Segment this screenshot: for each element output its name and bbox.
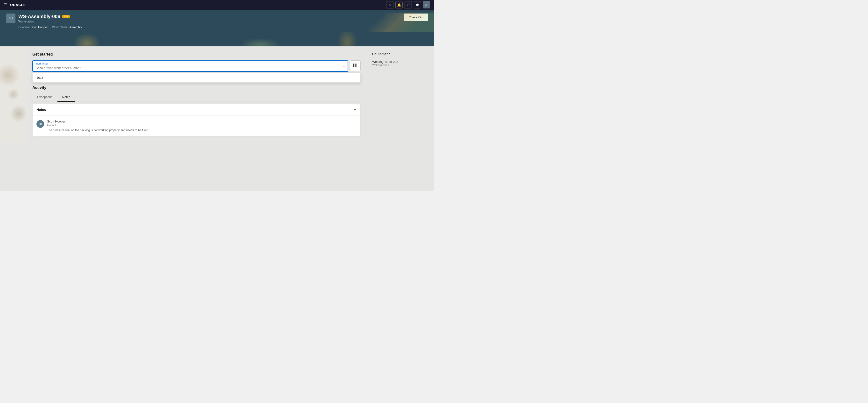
bell-button[interactable]: 🔔 [395,1,403,8]
notes-card: Notes + SH Scott Hooper 5/14/24 The pres… [32,104,361,137]
workstation-name: WS-Assembly-006 [18,14,60,19]
svg-rect-3 [355,63,355,67]
tab-notes[interactable]: Notes [57,93,75,102]
operator-value: Scott Hooper [31,26,48,29]
main-inner: Get started Work Order ▾ [0,47,434,142]
svg-rect-6 [357,63,357,67]
add-note-button[interactable]: + [353,107,356,112]
left-panel: Get started Work Order ▾ [27,47,366,142]
notes-card-title: Notes [36,108,46,112]
art-circles [0,47,27,142]
work-order-input-wrap[interactable]: Work Order ▾ [32,60,348,72]
svg-rect-5 [356,63,357,67]
note-content: Scott Hooper 5/14/24 The pressure seal o… [47,120,356,133]
work-center-label: Work Center [52,26,68,29]
header-section: SH WS-Assembly-006 Idle Workstation Chec… [0,10,434,32]
get-started-title: Get started [32,52,361,57]
tab-exceptions[interactable]: Exceptions [32,93,57,102]
home-icon: ⌂ [389,3,391,7]
user-avatar[interactable]: SH [423,1,430,8]
notes-card-header: Notes + [33,104,361,116]
activity-title: Activity [32,86,361,90]
home-button[interactable]: ⌂ [386,1,394,8]
left-art-panel [0,47,27,142]
top-nav: ☰ ORACLE ⌂ 🔔 ⚇ ⚉ SH [0,0,434,10]
svg-rect-2 [354,63,355,67]
note-date: 5/14/24 [47,123,356,126]
chevron-down-icon: ▾ [343,64,345,68]
svg-rect-4 [356,63,356,67]
status-badge: Idle [62,15,70,18]
workstation-title-row: WS-Assembly-006 Idle [18,14,70,19]
work-order-input[interactable] [33,61,348,71]
user-button[interactable]: ⚇ [405,1,412,8]
work-center-value: Assembly [69,26,82,29]
user-icon: ⚇ [407,3,410,7]
nav-right: ⌂ 🔔 ⚇ ⚉ SH [386,1,430,8]
user-x-icon: ⚉ [416,3,419,7]
bell-icon: 🔔 [397,3,401,7]
note-text: The pressure seal on the packing is not … [47,128,356,133]
header-left: SH WS-Assembly-006 Idle Workstation [6,13,70,23]
breadcrumb: Operator Scott Hooper Work Center Assemb… [6,23,428,32]
activity-tabs: Exceptions Notes [32,93,361,102]
note-entry: SH Scott Hooper 5/14/24 The pressure sea… [33,116,361,136]
work-order-label: Work Order [36,62,48,65]
hamburger-icon[interactable]: ☰ [4,3,7,7]
check-out-button[interactable]: Check Out [404,13,428,21]
equipment-item: Welding Torch 002 Welding Torch [372,60,428,66]
main-area: Get started Work Order ▾ [0,47,434,191]
note-author-avatar: SH [36,120,44,128]
barcode-icon [353,63,358,69]
equipment-name: Welding Torch 002 [372,60,428,63]
svg-rect-1 [354,63,354,67]
right-panel: Equipment Welding Torch 002 Welding Torc… [366,47,434,142]
nav-left: ☰ ORACLE [4,3,26,7]
workstation-avatar: SH [6,13,16,23]
note-author-name: Scott Hooper [47,120,356,123]
barcode-scan-button[interactable] [350,60,361,71]
operator-label: Operator [18,26,30,29]
art-pattern [0,32,434,47]
work-order-container: Work Order ▾ [32,60,361,72]
equipment-title: Equipment [372,52,428,56]
oracle-logo: ORACLE [10,3,26,7]
svg-rect-0 [353,63,354,67]
work-order-dropdown[interactable]: 1015 [32,73,361,83]
dropdown-item-1015[interactable]: 1015 [33,73,361,82]
equipment-type: Welding Torch [372,63,428,66]
user-x-button[interactable]: ⚉ [414,1,421,8]
workstation-subtitle: Workstation [18,20,70,23]
workstation-info: WS-Assembly-006 Idle Workstation [18,14,70,23]
art-background [0,32,434,47]
